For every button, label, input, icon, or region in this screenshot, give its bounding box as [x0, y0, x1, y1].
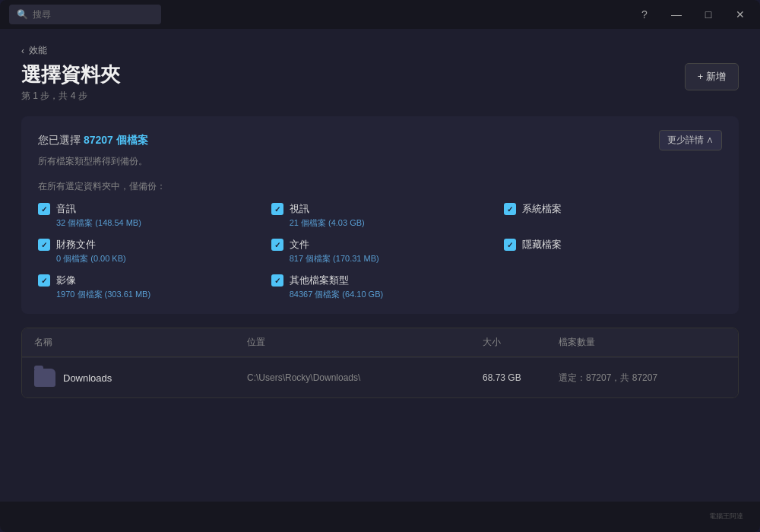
folder-table: 名稱 位置 大小 檔案數量 Downloads C:\Users\Rocky\D…: [21, 328, 739, 398]
folder-count: 選定：87207，共 87207: [559, 372, 726, 385]
file-type-video-detail: 21 個檔案 (4.03 GB): [290, 217, 489, 229]
table-header-path: 位置: [247, 336, 483, 349]
folder-name: Downloads: [63, 372, 112, 384]
table-row[interactable]: Downloads C:\Users\Rocky\Downloads\ 68.7…: [22, 357, 738, 397]
checkbox-docs[interactable]: [271, 239, 283, 251]
table-header: 名稱 位置 大小 檔案數量: [22, 328, 738, 357]
header-row: 選擇資料夾 第 1 步，共 4 步 + 新增: [21, 63, 739, 103]
file-type-finance-detail: 0 個檔案 (0.00 KB): [56, 253, 256, 264]
checkbox-system[interactable]: [504, 203, 516, 215]
summary-description: 所有檔案類型將得到備份。: [38, 155, 722, 168]
maximize-button[interactable]: □: [698, 4, 719, 25]
title-bar-controls: ? — □ ✕: [634, 4, 751, 25]
title-group: 選擇資料夾 第 1 步，共 4 步: [21, 63, 120, 103]
checkbox-video[interactable]: [271, 203, 283, 215]
summary-count-value: 87207 個檔案: [84, 134, 148, 146]
breadcrumb-arrow: ‹: [21, 46, 24, 56]
file-type-other: 其他檔案類型 84367 個檔案 (64.10 GB): [271, 274, 489, 300]
breadcrumb-parent[interactable]: 效能: [29, 44, 47, 57]
help-button[interactable]: ?: [634, 4, 655, 25]
file-type-images: 影像 1970 個檔案 (303.61 MB): [38, 274, 256, 300]
file-type-finance-name: 財務文件: [56, 238, 96, 252]
file-type-images-detail: 1970 個檔案 (303.61 MB): [56, 289, 256, 300]
file-type-system: 系統檔案: [504, 202, 722, 229]
table-header-size: 大小: [483, 336, 559, 349]
details-button[interactable]: 更少詳情 ∧: [659, 130, 722, 150]
checkbox-hidden[interactable]: [504, 239, 516, 251]
file-type-docs-detail: 817 個檔案 (170.31 MB): [290, 253, 489, 264]
backup-types-header: 在所有選定資料夾中，僅備份：: [38, 180, 722, 193]
app-window: 🔍 ? — □ ✕ ‹ 效能 選擇資料夾 第 1 步，共 4 步 + 新增: [0, 0, 760, 532]
main-content: ‹ 效能 選擇資料夾 第 1 步，共 4 步 + 新增 您已選擇 87207 個…: [0, 29, 760, 502]
close-button[interactable]: ✕: [730, 4, 751, 25]
page-header: ‹ 效能 選擇資料夾 第 1 步，共 4 步 + 新增: [21, 44, 739, 103]
file-type-video-name: 視訊: [290, 202, 309, 216]
breadcrumb: ‹ 效能: [21, 44, 739, 57]
checkbox-finance[interactable]: [38, 239, 50, 251]
summary-card: 您已選擇 87207 個檔案 更少詳情 ∧ 所有檔案類型將得到備份。 在所有選定…: [21, 116, 739, 314]
file-type-audio-detail: 32 個檔案 (148.54 MB): [56, 217, 256, 229]
checkbox-images[interactable]: [38, 274, 50, 287]
file-type-hidden: 隱藏檔案: [504, 238, 722, 264]
folder-icon: [34, 369, 55, 387]
file-types-grid: 音訊 32 個檔案 (148.54 MB) 視訊 21 個檔案 (4.03 GB…: [38, 202, 722, 300]
file-type-empty: [504, 274, 722, 300]
minimize-button[interactable]: —: [666, 4, 687, 25]
title-bar: 🔍 ? — □ ✕: [0, 0, 760, 29]
page-title: 選擇資料夾: [21, 63, 120, 87]
watermark: 電腦王阿達: [699, 505, 752, 529]
add-button[interactable]: + 新增: [685, 63, 739, 90]
file-type-audio-name: 音訊: [56, 202, 76, 216]
file-type-system-name: 系統檔案: [522, 202, 562, 216]
search-icon: 🔍: [17, 9, 28, 20]
folder-size: 68.73 GB: [483, 372, 559, 383]
bottom-bar: 電腦王阿達: [0, 502, 760, 532]
file-type-docs: 文件 817 個檔案 (170.31 MB): [271, 238, 489, 264]
watermark-text: 電腦王阿達: [709, 512, 743, 521]
file-type-video: 視訊 21 個檔案 (4.03 GB): [271, 202, 489, 229]
file-type-docs-name: 文件: [290, 238, 309, 252]
summary-title: 您已選擇 87207 個檔案: [38, 134, 148, 147]
search-box[interactable]: 🔍: [9, 5, 161, 24]
checkbox-audio[interactable]: [38, 203, 50, 215]
search-input[interactable]: [33, 9, 154, 20]
file-type-audio: 音訊 32 個檔案 (148.54 MB): [38, 202, 256, 229]
file-type-other-name: 其他檔案類型: [290, 274, 349, 287]
file-type-hidden-name: 隱藏檔案: [522, 238, 562, 252]
page-subtitle: 第 1 步，共 4 步: [21, 90, 120, 103]
file-type-other-detail: 84367 個檔案 (64.10 GB): [290, 289, 489, 300]
folder-cell: Downloads: [34, 369, 247, 387]
table-header-name: 名稱: [34, 336, 247, 349]
file-type-images-name: 影像: [56, 274, 76, 287]
summary-prefix: 您已選擇: [38, 134, 81, 146]
table-header-count: 檔案數量: [559, 336, 726, 349]
folder-path: C:\Users\Rocky\Downloads\: [247, 372, 483, 383]
file-type-finance: 財務文件 0 個檔案 (0.00 KB): [38, 238, 256, 264]
summary-header: 您已選擇 87207 個檔案 更少詳情 ∧: [38, 130, 722, 150]
checkbox-other[interactable]: [271, 274, 283, 287]
